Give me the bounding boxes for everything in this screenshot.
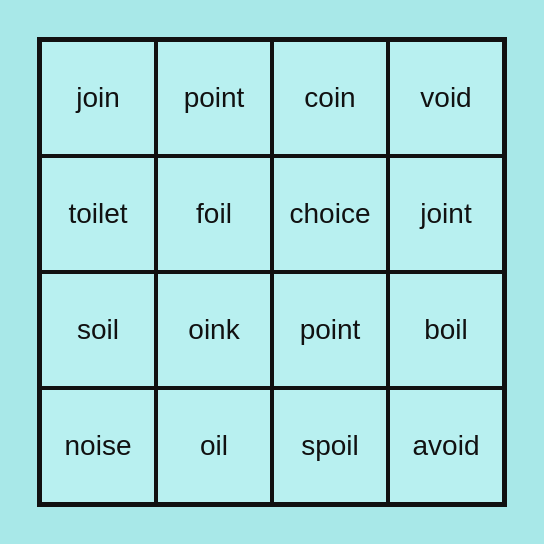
bingo-cell-14: spoil (272, 388, 388, 504)
bingo-cell-13: oil (156, 388, 272, 504)
bingo-cell-3: void (388, 40, 504, 156)
bingo-cell-7: joint (388, 156, 504, 272)
bingo-grid: joinpointcoinvoidtoiletfoilchoicejointso… (37, 37, 507, 507)
bingo-cell-4: toilet (40, 156, 156, 272)
bingo-cell-10: point (272, 272, 388, 388)
bingo-cell-0: join (40, 40, 156, 156)
bingo-cell-1: point (156, 40, 272, 156)
bingo-cell-11: boil (388, 272, 504, 388)
bingo-cell-8: soil (40, 272, 156, 388)
bingo-cell-9: oink (156, 272, 272, 388)
bingo-cell-5: foil (156, 156, 272, 272)
bingo-cell-6: choice (272, 156, 388, 272)
bingo-cell-2: coin (272, 40, 388, 156)
bingo-cell-12: noise (40, 388, 156, 504)
bingo-cell-15: avoid (388, 388, 504, 504)
